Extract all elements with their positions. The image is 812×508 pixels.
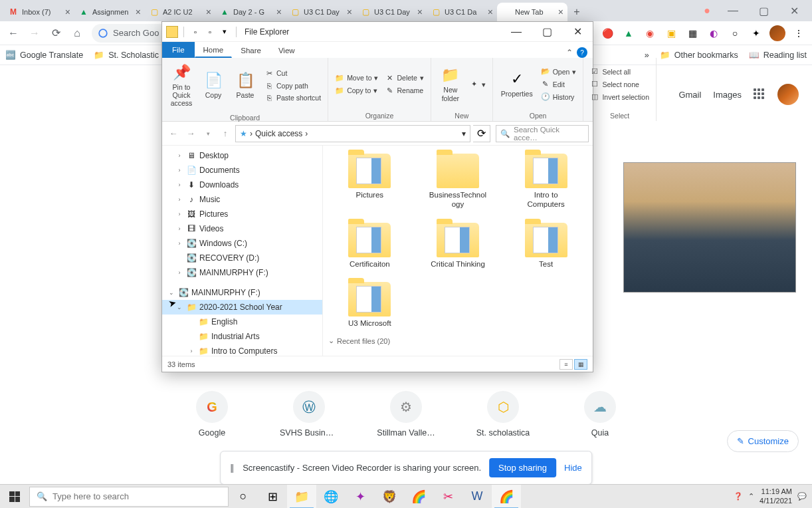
profile-icon[interactable] (768, 24, 787, 43)
expand-arrow-icon[interactable]: › (175, 211, 183, 217)
tray-chevron-icon[interactable]: ⌃ (748, 492, 754, 501)
ext-icon[interactable]: ◐ (704, 24, 723, 43)
explorer-titlebar[interactable]: ▫ ▫ ▾ File Explorer — ▢ ✕ (162, 22, 593, 42)
collapse-ribbon-icon[interactable]: ⌃ (566, 48, 573, 57)
folder-item[interactable]: Test (504, 220, 587, 272)
help-icon[interactable]: ? (577, 47, 587, 58)
close-icon[interactable]: × (276, 7, 282, 17)
tab-share[interactable]: Share (232, 43, 270, 58)
nav-item[interactable]: ›📁Intro to Computers (162, 344, 322, 356)
close-icon[interactable]: × (65, 7, 70, 17)
search-box[interactable]: 🔍 Search Quick acce… (496, 125, 589, 142)
copy-path-button[interactable]: ⎘Copy path (262, 80, 324, 91)
reload-button[interactable]: ⟳ (47, 24, 65, 43)
task-view-icon[interactable]: ⊞ (258, 485, 287, 509)
screencastify-icon[interactable]: ● (696, 0, 718, 21)
app-icon[interactable]: ✦ (346, 485, 375, 509)
close-icon[interactable]: × (488, 7, 493, 17)
clock[interactable]: 11:19 AM 4/11/2021 (760, 487, 792, 505)
ext-icon[interactable]: ▣ (662, 24, 680, 43)
close-icon[interactable]: × (136, 7, 141, 17)
history-button[interactable]: 🕐History (538, 91, 579, 102)
details-view-button[interactable]: ≡ (559, 359, 573, 370)
hide-button[interactable]: Hide (564, 463, 582, 473)
navigation-pane[interactable]: ›🖥Desktop›📄Documents›⬇Downloads›♪Music›🖼… (162, 146, 323, 356)
nav-item[interactable]: ⌄💽MAINMURPHY (F:) (162, 285, 322, 300)
edge-icon[interactable]: 🌐 (316, 485, 346, 509)
expand-arrow-icon[interactable]: › (187, 348, 195, 354)
ext-icon[interactable]: ◉ (641, 24, 659, 43)
open-button[interactable]: 📂Open ▾ (538, 66, 579, 77)
new-tab-button[interactable]: + (567, 3, 586, 21)
new-folder-button[interactable]: 📁New folder (435, 63, 466, 104)
select-none-button[interactable]: ☐Select none (587, 78, 652, 90)
move-to-button[interactable]: 📁Move to ▾ (332, 72, 381, 84)
folder-item[interactable]: BusinessTechnol ogy (417, 151, 500, 212)
tab-view[interactable]: View (270, 43, 304, 58)
file-list-pane[interactable]: PicturesBusinessTechnol ogyIntro to Comp… (323, 146, 593, 356)
nav-item[interactable]: 📁Industrial Arts (162, 329, 322, 344)
icons-view-button[interactable]: ▦ (574, 359, 587, 370)
shortcut-quia[interactable]: ☁Quia (571, 391, 629, 438)
dropdown-icon[interactable]: ▾ (462, 129, 466, 138)
drive-ext-icon[interactable]: ▲ (619, 24, 638, 43)
recent-files-header[interactable]: ⌄Recent files (20) (328, 336, 587, 345)
help-tray-icon[interactable]: ❓ (734, 492, 743, 501)
extensions-icon[interactable]: ✦ (747, 24, 765, 43)
bookmark-scholastic[interactable]: 📁St. Scholastic (94, 50, 159, 60)
ext-icon[interactable]: 🔴 (598, 24, 617, 43)
qat-icon[interactable]: ▫ (204, 26, 216, 38)
shortcut-scholastica[interactable]: ⬡St. scholastica (474, 391, 532, 438)
nav-back-button[interactable]: ← (166, 126, 181, 141)
refresh-button[interactable]: ⟳ (473, 125, 490, 142)
nav-item[interactable]: ›💽Windows (C:) (162, 236, 322, 251)
maximize-button[interactable]: ▢ (748, 0, 779, 21)
edit-button[interactable]: ✎Edit (538, 78, 579, 90)
images-link[interactable]: Images (713, 90, 742, 100)
expand-arrow-icon[interactable]: › (175, 167, 183, 174)
cortana-icon[interactable]: ○ (229, 485, 258, 509)
folder-item[interactable]: Critical Thinking (417, 220, 500, 272)
browser-tab[interactable]: ▲Day 2 - G× (215, 3, 286, 21)
customize-button[interactable]: ✎ Customize (727, 430, 799, 452)
notifications-icon[interactable]: 💬 (797, 492, 807, 501)
nav-item[interactable]: 📁English (162, 315, 322, 329)
nav-item[interactable]: ›♪Music (162, 192, 322, 207)
minimize-button[interactable]: — (718, 0, 748, 21)
close-icon[interactable]: × (417, 7, 423, 17)
nav-item[interactable]: ›🎞Videos (162, 221, 322, 236)
browser-tab-active[interactable]: New Tab× (497, 3, 567, 21)
nav-item[interactable]: ›🖼Pictures (162, 207, 322, 221)
folder-item[interactable]: U3 Microsoft (328, 279, 411, 331)
tab-file[interactable]: File (162, 42, 195, 58)
close-icon[interactable]: × (558, 7, 563, 17)
expand-arrow-icon[interactable]: ⌄ (167, 289, 175, 296)
expand-arrow-icon[interactable]: › (175, 152, 183, 159)
copy-to-button[interactable]: 📁Copy to ▾ (332, 85, 381, 96)
chrome-taskbar-icon[interactable]: 🌈 (492, 485, 521, 509)
home-button[interactable]: ⌂ (68, 24, 86, 43)
menu-icon[interactable]: ⋮ (789, 24, 808, 43)
invert-selection-button[interactable]: ◫Invert selection (587, 91, 652, 102)
taskbar-search[interactable]: 🔍 Type here to search (29, 487, 229, 507)
nav-forward-button[interactable]: → (183, 126, 198, 141)
expand-arrow-icon[interactable]: › (175, 182, 183, 188)
reading-list[interactable]: 📖Reading list (749, 50, 807, 60)
word-icon[interactable]: W (462, 485, 492, 509)
browser-tab[interactable]: ▢U3 C1 Day× (356, 3, 427, 21)
close-icon[interactable]: × (347, 7, 352, 17)
expand-arrow-icon[interactable]: › (175, 240, 183, 247)
browser-tab[interactable]: ▲Assignmen× (74, 3, 145, 21)
nav-item[interactable]: ›📄Documents (162, 163, 322, 178)
select-all-button[interactable]: ☑Select all (587, 66, 652, 77)
new-item-button[interactable]: ✦▾ (467, 78, 488, 90)
shortcut-svhs[interactable]: ⓌSVHS Busine… (280, 391, 338, 438)
tab-home[interactable]: Home (195, 43, 233, 58)
browser-tab[interactable]: ▢U3 C1 Da× (427, 3, 497, 21)
browser-tab[interactable]: ▢A2 IC U2× (145, 3, 215, 21)
folder-item[interactable]: Intro to Computers (504, 151, 587, 212)
pause-icon[interactable]: ‖ (230, 463, 235, 473)
explorer-taskbar-icon[interactable]: 📁 (287, 485, 316, 509)
other-bookmarks[interactable]: 📁Other bookmarks (660, 50, 738, 60)
address-box[interactable]: ★ › Quick access › ▾ (235, 125, 470, 142)
